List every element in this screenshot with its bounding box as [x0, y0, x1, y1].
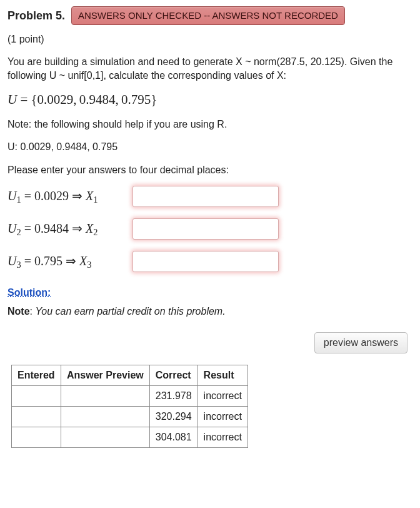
answer-input-2[interactable] — [132, 218, 279, 240]
cell-correct: 320.294 — [149, 406, 198, 427]
partial-credit-note: Note: You can earn partial credit on thi… — [8, 306, 412, 317]
preview-answers-button[interactable]: preview answers — [314, 332, 408, 353]
cell-result: incorrect — [198, 406, 248, 427]
problem-intro: You are building a simulation and need t… — [8, 55, 412, 83]
answer-row-1: U1 = 0.0029 ⇒ X1 — [8, 186, 412, 207]
status-badge: ANSWERS ONLY CHECKED -- ANSWERS NOT RECO… — [71, 6, 345, 25]
u-set-formula: U = {0.0029, 0.9484, 0.795} — [8, 92, 412, 108]
table-row: 320.294 incorrect — [12, 406, 248, 427]
answer-input-3[interactable] — [132, 251, 279, 272]
cell-correct: 304.081 — [149, 427, 198, 447]
cell-preview — [61, 385, 150, 406]
decimal-note: Please enter your answers to four decima… — [8, 163, 412, 177]
solution-link[interactable]: Solution: — [8, 287, 51, 298]
cell-preview — [61, 427, 150, 447]
table-row: 231.978 incorrect — [12, 385, 248, 406]
cell-entered — [12, 406, 61, 427]
points-label: (1 point) — [8, 34, 412, 45]
col-result: Result — [198, 365, 248, 385]
answer-input-1[interactable] — [132, 186, 279, 207]
cell-entered — [12, 427, 61, 447]
answer-row-2: U2 = 0.9484 ⇒ X2 — [8, 218, 412, 240]
cell-result: incorrect — [198, 427, 248, 447]
cell-result: incorrect — [198, 385, 248, 406]
cell-entered — [12, 385, 61, 406]
cell-correct: 231.978 — [149, 385, 198, 406]
u-values-line: U: 0.0029, 0.9484, 0.795 — [8, 140, 412, 154]
col-preview: Answer Preview — [61, 365, 150, 385]
table-row: 304.081 incorrect — [12, 427, 248, 447]
answer-math-3: U3 = 0.795 ⇒ X3 — [8, 253, 132, 270]
cell-preview — [61, 406, 150, 427]
results-table: Entered Answer Preview Correct Result 23… — [11, 365, 248, 448]
answer-math-1: U1 = 0.0029 ⇒ X1 — [8, 188, 132, 205]
answer-math-2: U2 = 0.9484 ⇒ X2 — [8, 221, 132, 238]
problem-label: Problem 5. — [8, 9, 65, 23]
col-entered: Entered — [12, 365, 61, 385]
col-correct: Correct — [149, 365, 198, 385]
answer-row-3: U3 = 0.795 ⇒ X3 — [8, 251, 412, 272]
note-r: Note: the following should help if you a… — [8, 118, 412, 131]
